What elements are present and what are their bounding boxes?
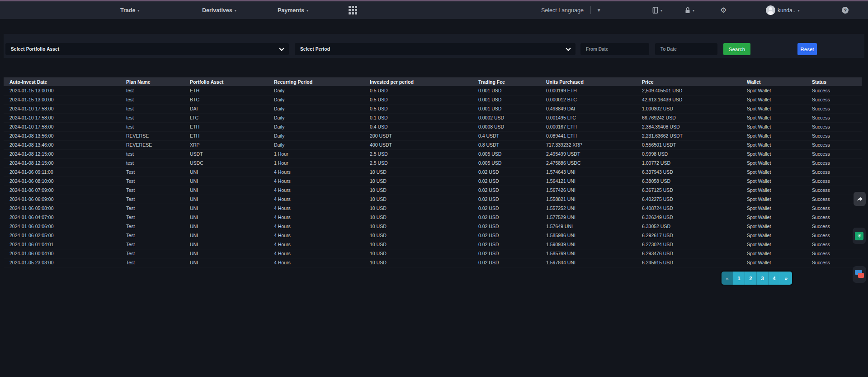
pagination-page-3[interactable]: 3 bbox=[757, 272, 769, 285]
table-row: 2024-01-06 08:10:00TestUNI4 Hours10 USD0… bbox=[4, 177, 862, 186]
table-cell: Success bbox=[806, 213, 862, 222]
settings-button[interactable]: ⚙ bbox=[720, 1, 726, 19]
table-cell: 10 USD bbox=[364, 213, 472, 222]
table-cell: Spot Wallet bbox=[741, 177, 806, 186]
table-cell: 0.02 USD bbox=[472, 213, 540, 222]
table-cell: 0.9998 USD bbox=[636, 149, 741, 158]
table-cell: Spot Wallet bbox=[741, 186, 806, 195]
language-selector[interactable]: Select Language ▼ bbox=[541, 1, 601, 19]
table-row: 2024-01-08 13:46:00REVERESEXRPDaily400 U… bbox=[4, 140, 862, 149]
table-cell: 10 USD bbox=[364, 204, 472, 213]
to-date-input[interactable]: To Date bbox=[655, 43, 717, 55]
table-cell: 1.585986 UNI bbox=[540, 231, 636, 240]
table-cell: BTC bbox=[184, 95, 268, 104]
table-cell: 2.495499 USDT bbox=[540, 149, 636, 158]
table-cell: 4 Hours bbox=[268, 177, 364, 186]
table-cell: 2,509.405501 USD bbox=[636, 86, 741, 95]
table-row: 2024-01-06 04:07:00TestUNI4 Hours10 USD0… bbox=[4, 213, 862, 222]
period-select[interactable]: Select Period bbox=[295, 43, 576, 55]
table-cell: 0.02 USD bbox=[472, 222, 540, 231]
table-cell: 200 USDT bbox=[364, 131, 472, 140]
table-cell: 66.769242 USD bbox=[636, 113, 741, 122]
table-cell: 10 USD bbox=[364, 258, 472, 267]
table-cell: USDT bbox=[184, 149, 268, 158]
table-cell: 0.02 USD bbox=[472, 258, 540, 267]
table-cell: Test bbox=[120, 258, 184, 267]
table-cell: Success bbox=[806, 177, 862, 186]
table-cell: 2024-01-06 02:05:00 bbox=[4, 231, 120, 240]
search-button[interactable]: Search bbox=[723, 43, 750, 55]
table-row: 2024-01-06 01:04:01TestUNI4 Hours10 USD0… bbox=[4, 240, 862, 249]
table-cell: 6.367125 USD bbox=[636, 186, 741, 195]
language-label: Select Language bbox=[541, 7, 584, 14]
nav-trade[interactable]: Trade ▾ bbox=[120, 1, 139, 19]
table-cell: Success bbox=[806, 122, 862, 131]
table-cell: 1.597844 UNI bbox=[540, 258, 636, 267]
table-cell: Test bbox=[120, 222, 184, 231]
table-cell: 2024-01-15 13:00:00 bbox=[4, 86, 120, 95]
ledger-icon bbox=[652, 7, 658, 14]
table-cell: UNI bbox=[184, 231, 268, 240]
from-date-placeholder: From Date bbox=[586, 47, 608, 52]
table-cell: 2024-01-10 17:58:00 bbox=[4, 122, 120, 131]
table-cell: Spot Wallet bbox=[741, 95, 806, 104]
table-cell: Success bbox=[806, 249, 862, 258]
column-header: Recurring Period bbox=[268, 77, 364, 86]
column-header: Status bbox=[806, 77, 862, 86]
table-cell: Spot Wallet bbox=[741, 131, 806, 140]
portfolio-asset-select[interactable]: Select Portfolio Asset bbox=[5, 43, 289, 55]
table-cell: Test bbox=[120, 204, 184, 213]
pagination-page-4[interactable]: 4 bbox=[769, 272, 780, 285]
table-cell: Spot Wallet bbox=[741, 122, 806, 131]
table-cell: 6.402275 USD bbox=[636, 195, 741, 204]
share-arrow-icon[interactable] bbox=[854, 192, 866, 206]
table-row: 2024-01-10 17:58:00testETHDaily0.4 USD0.… bbox=[4, 122, 862, 131]
security-menu[interactable]: ▾ bbox=[685, 1, 694, 19]
table-cell: 0.001 USD bbox=[472, 95, 540, 104]
column-header: Price bbox=[636, 77, 741, 86]
help-button[interactable]: ? bbox=[842, 1, 849, 19]
table-cell: Daily bbox=[268, 86, 364, 95]
table-cell: 6.326349 USD bbox=[636, 213, 741, 222]
table-cell: DAI bbox=[184, 104, 268, 113]
table-cell: Success bbox=[806, 131, 862, 140]
pagination-page-2[interactable]: 2 bbox=[745, 272, 757, 285]
table-cell: UNI bbox=[184, 195, 268, 204]
pagination-prev-button[interactable]: « bbox=[722, 272, 733, 285]
table-cell: Spot Wallet bbox=[741, 86, 806, 95]
table-cell: 1.567426 UNI bbox=[540, 186, 636, 195]
apps-grid-icon[interactable] bbox=[349, 1, 357, 19]
table-cell: 6.33052 USD bbox=[636, 222, 741, 231]
ledger-menu[interactable]: ▾ bbox=[652, 1, 662, 19]
table-cell: 6.292617 USD bbox=[636, 231, 741, 240]
table-cell: Test bbox=[120, 240, 184, 249]
table-cell: 10 USD bbox=[364, 240, 472, 249]
table-row: 2024-01-06 09:11:00TestUNI4 Hours10 USD0… bbox=[4, 167, 862, 177]
table-cell: Daily bbox=[268, 131, 364, 140]
pagination-next-button[interactable]: » bbox=[780, 272, 792, 285]
table-row: 2024-01-06 06:09:00TestUNI4 Hours10 USD0… bbox=[4, 195, 862, 204]
to-date-placeholder: To Date bbox=[660, 47, 677, 52]
nav-derivatives[interactable]: Derivatives ▾ bbox=[202, 1, 236, 19]
pagination-page-1[interactable]: 1 bbox=[733, 272, 745, 285]
table-cell: Test bbox=[120, 231, 184, 240]
table-cell: 0.0008 USD bbox=[472, 122, 540, 131]
table-cell: 2024-01-06 04:07:00 bbox=[4, 213, 120, 222]
table-cell: UNI bbox=[184, 240, 268, 249]
column-header: Auto-Invest Date bbox=[4, 77, 120, 86]
nav-payments[interactable]: Payments ▾ bbox=[278, 1, 308, 19]
user-menu[interactable]: kunda.. ▾ bbox=[766, 1, 799, 19]
table-cell: Daily bbox=[268, 140, 364, 149]
table-cell: Daily bbox=[268, 113, 364, 122]
table-cell: Spot Wallet bbox=[741, 140, 806, 149]
reset-button[interactable]: Reset bbox=[797, 43, 817, 55]
chat-bubble-red-icon bbox=[858, 273, 864, 278]
portfolio-asset-select-value: Select Portfolio Asset bbox=[11, 47, 59, 52]
chatgpt-extension-icon[interactable]: ✳ bbox=[853, 228, 866, 244]
table-cell: 2024-01-06 00:04:00 bbox=[4, 249, 120, 258]
table-cell: 0.001 USD bbox=[472, 86, 540, 95]
table-cell: 2024-01-15 13:00:00 bbox=[4, 95, 120, 104]
from-date-input[interactable]: From Date bbox=[580, 43, 649, 55]
chat-widget-icon[interactable] bbox=[853, 266, 866, 283]
column-header: Invested per period bbox=[364, 77, 472, 86]
